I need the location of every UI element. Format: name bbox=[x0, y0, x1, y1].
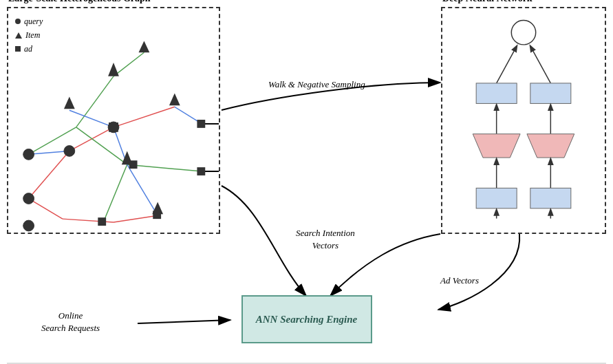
svg-point-23 bbox=[23, 220, 34, 231]
svg-rect-35 bbox=[153, 211, 161, 219]
nn-title: Deep Neural Network bbox=[442, 0, 533, 4]
middle-area bbox=[220, 7, 441, 241]
svg-rect-39 bbox=[476, 83, 517, 104]
svg-point-21 bbox=[64, 146, 75, 157]
svg-rect-31 bbox=[129, 160, 138, 169]
nn-svg bbox=[442, 8, 605, 233]
svg-point-19 bbox=[23, 149, 34, 160]
svg-rect-32 bbox=[197, 167, 205, 175]
svg-line-12 bbox=[29, 151, 69, 154]
svg-line-11 bbox=[103, 164, 127, 222]
svg-line-0 bbox=[29, 151, 69, 198]
walk-sampling-label: Walk & Negative Sampling bbox=[268, 79, 365, 90]
svg-rect-33 bbox=[197, 120, 205, 128]
svg-marker-27 bbox=[64, 96, 75, 109]
nn-box: Deep Neural Network bbox=[441, 7, 606, 234]
svg-line-5 bbox=[114, 215, 158, 222]
svg-marker-24 bbox=[108, 63, 119, 76]
svg-line-38 bbox=[530, 46, 551, 83]
svg-point-36 bbox=[511, 20, 535, 44]
svg-line-2 bbox=[114, 107, 175, 127]
svg-marker-44 bbox=[527, 134, 574, 158]
svg-marker-43 bbox=[473, 134, 520, 158]
top-row: Large-Scale Heterogeneous Graph query It… bbox=[7, 7, 606, 241]
svg-line-8 bbox=[127, 164, 202, 171]
ann-label: ANN Searching Engine bbox=[256, 314, 358, 325]
graph-box: Large-Scale Heterogeneous Graph query It… bbox=[7, 7, 220, 234]
main-container: Large-Scale Heterogeneous Graph query It… bbox=[0, 0, 613, 364]
svg-line-10 bbox=[114, 52, 144, 76]
ann-box: ANN Searching Engine bbox=[241, 295, 372, 343]
svg-marker-26 bbox=[169, 94, 180, 106]
svg-line-16 bbox=[127, 164, 158, 215]
ad-vectors-label: Ad Vectors bbox=[440, 275, 479, 286]
svg-rect-40 bbox=[530, 83, 571, 104]
svg-line-3 bbox=[29, 199, 63, 220]
svg-rect-34 bbox=[98, 217, 106, 226]
svg-rect-47 bbox=[476, 188, 517, 208]
svg-line-14 bbox=[69, 110, 114, 127]
svg-point-20 bbox=[23, 193, 34, 204]
svg-rect-48 bbox=[530, 188, 571, 208]
svg-line-1 bbox=[69, 127, 114, 151]
svg-marker-25 bbox=[139, 41, 150, 53]
online-search-label: OnlineSearch Requests bbox=[41, 310, 100, 334]
svg-line-7 bbox=[76, 127, 127, 164]
graph-title: Large-Scale Heterogeneous Graph bbox=[8, 0, 151, 4]
svg-rect-30 bbox=[109, 122, 118, 132]
search-intention-label: Search IntentionVectors bbox=[296, 227, 355, 252]
graph-svg bbox=[8, 8, 219, 233]
svg-line-37 bbox=[497, 46, 517, 83]
